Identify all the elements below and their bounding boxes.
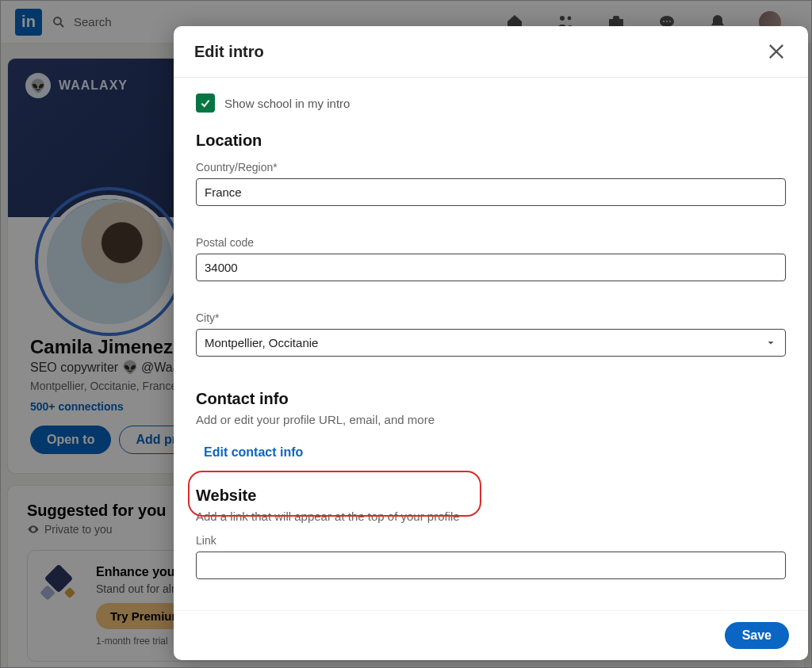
close-icon[interactable] <box>765 40 787 63</box>
edit-intro-modal: Edit intro Show school in my intro Locat… <box>174 26 808 660</box>
website-heading: Website <box>196 487 786 505</box>
modal-footer: Save <box>174 610 808 660</box>
show-school-checkbox-row[interactable]: Show school in my intro <box>196 94 786 113</box>
postal-input[interactable] <box>196 254 786 281</box>
country-label: Country/Region* <box>196 161 786 174</box>
show-school-label: Show school in my intro <box>224 97 350 110</box>
save-button[interactable]: Save <box>725 622 789 649</box>
website-link-input[interactable] <box>196 552 786 579</box>
location-heading: Location <box>196 132 786 150</box>
country-input[interactable] <box>196 178 786 206</box>
link-label: Link <box>196 534 786 547</box>
edit-contact-info-link[interactable]: Edit contact info <box>204 445 303 460</box>
modal-title: Edit intro <box>194 43 264 61</box>
city-select[interactable] <box>196 329 786 357</box>
contact-info-heading: Contact info <box>196 390 786 408</box>
website-sub: Add a link that will appear at the top o… <box>196 510 786 523</box>
modal-header: Edit intro <box>174 26 808 78</box>
modal-body[interactable]: Show school in my intro Location Country… <box>174 78 808 610</box>
checkbox-checked-icon[interactable] <box>196 94 215 113</box>
contact-info-sub: Add or edit your profile URL, email, and… <box>196 413 786 426</box>
postal-label: Postal code <box>196 236 786 249</box>
city-label: City* <box>196 311 786 324</box>
